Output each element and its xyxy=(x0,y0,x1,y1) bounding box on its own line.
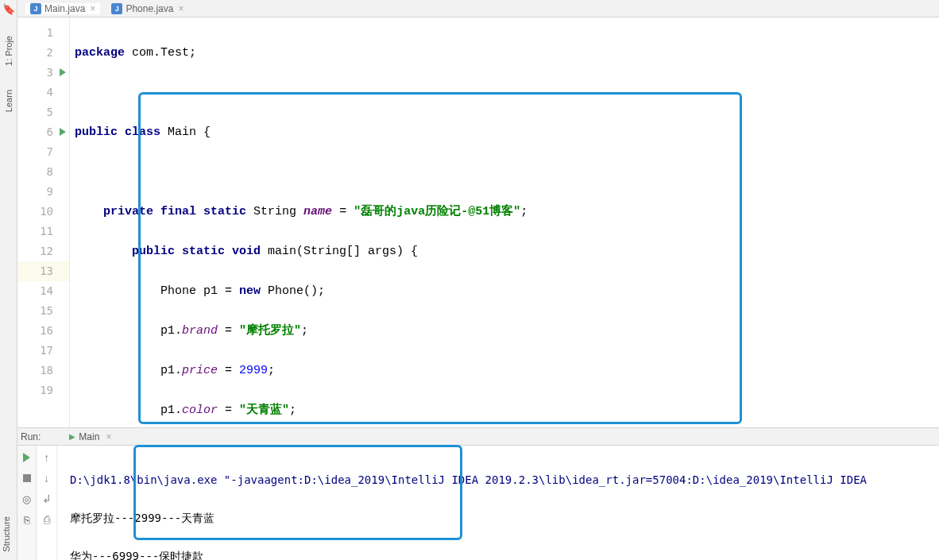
gutter-line: 10 xyxy=(17,202,69,222)
console-cmd: D:\jdk1.8\bin\java.exe "-javaagent:D:\id… xyxy=(70,470,926,489)
gutter-line: 6 xyxy=(17,122,69,142)
gutter-line: 2 xyxy=(17,43,69,63)
structure-tool-label[interactable]: Structure xyxy=(2,516,11,552)
gutter-line: 15 xyxy=(17,301,69,321)
run-toolbar-sub: ↑ ↓ ↲ ⎙ xyxy=(37,429,57,560)
scroll-down-icon[interactable]: ↓ xyxy=(44,472,49,485)
camera-icon[interactable]: ◎ xyxy=(21,492,33,505)
gutter-line: 9 xyxy=(17,182,69,202)
soft-wrap-icon[interactable]: ↲ xyxy=(42,492,52,505)
close-icon[interactable]: × xyxy=(178,3,184,14)
bookmark-icon: 🔖 xyxy=(2,3,15,15)
tab-main-java[interactable]: J Main.java × xyxy=(25,3,100,14)
gutter-line: 16 xyxy=(17,321,69,341)
run-gutter-icon[interactable] xyxy=(60,128,66,136)
line-gutter[interactable]: 1 2 3 4 5 6 7 8 9 10 11 12 13 14 15 16 1… xyxy=(17,17,70,427)
gutter-line: 11 xyxy=(17,222,69,241)
gutter-line: 3 xyxy=(17,63,69,83)
gutter-line: 19 xyxy=(17,380,69,400)
tab-phone-java[interactable]: J Phone.java × xyxy=(106,3,188,14)
close-icon[interactable]: × xyxy=(90,3,95,14)
stop-button[interactable] xyxy=(21,472,33,485)
scroll-up-icon[interactable]: ↑ xyxy=(44,451,49,464)
learn-tool-label[interactable]: Learn xyxy=(4,90,14,112)
project-tool-label[interactable]: 1: Proje xyxy=(4,36,14,66)
breadcrumb[interactable]: Main›main() xyxy=(148,415,242,427)
rerun-button[interactable] xyxy=(21,451,33,464)
gutter-line: 14 xyxy=(17,281,69,301)
editor-tabs: J Main.java × J Phone.java × xyxy=(17,0,939,17)
tab-label: Main.java xyxy=(44,3,85,14)
run-gutter-icon[interactable] xyxy=(60,68,66,76)
run-toolbar-left: ◎ ⎘ xyxy=(17,429,37,560)
tool-window-strip-left[interactable]: 🔖 1: Proje Learn Structure xyxy=(0,0,17,560)
exit-icon[interactable]: ⎘ xyxy=(21,513,33,526)
gutter-line: 12 xyxy=(17,241,69,261)
gutter-line: 5 xyxy=(17,102,69,122)
console-output[interactable]: D:\jdk1.8\bin\java.exe "-javaagent:D:\id… xyxy=(57,429,939,560)
console-line: 华为---6999---保时捷款 xyxy=(70,546,926,560)
print-icon[interactable]: ⎙ xyxy=(44,513,50,526)
run-label: Run: xyxy=(21,431,41,442)
gutter-line: 7 xyxy=(17,142,69,162)
console-line: 摩托罗拉---2999---天青蓝 xyxy=(70,508,926,527)
code-editor[interactable]: package com.Test; public class Main { pr… xyxy=(70,17,939,427)
java-file-icon: J xyxy=(111,3,122,14)
gutter-line: 13 xyxy=(17,261,69,281)
tab-label: Phone.java xyxy=(126,3,173,14)
gutter-line: 4 xyxy=(17,83,69,102)
gutter-line: 18 xyxy=(17,361,69,380)
java-file-icon: J xyxy=(30,3,41,14)
gutter-line: 1 xyxy=(17,23,69,43)
gutter-line: 17 xyxy=(17,341,69,361)
gutter-line: 8 xyxy=(17,162,69,182)
